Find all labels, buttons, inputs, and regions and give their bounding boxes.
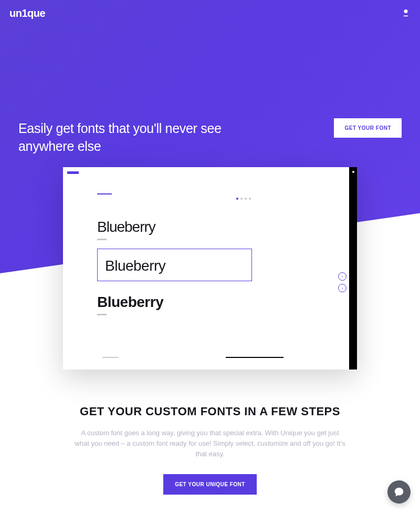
- steps-section: GET YOUR CUSTOM FONTS IN A FEW STEPS A c…: [0, 405, 420, 495]
- sample-text: Blueberry: [97, 219, 336, 235]
- steps-description: A custom font goes a long way, giving yo…: [74, 428, 346, 459]
- footer-line: [226, 357, 284, 358]
- footer-line: [102, 357, 118, 358]
- preview-footer-lines: [97, 357, 336, 358]
- font-preview-window: Blueberry Blueberry Blueberry ‹ ›: [63, 167, 357, 370]
- sample-text: Blueberry: [105, 258, 244, 274]
- get-font-button[interactable]: GET YOUR FONT: [334, 118, 402, 138]
- scrollbar-dot: [352, 171, 354, 173]
- chevron-right-icon: ›: [342, 286, 343, 291]
- pager-dots[interactable]: [236, 198, 251, 200]
- sample-nav-arrows: ‹ ›: [338, 272, 346, 292]
- sample-underline: [97, 239, 107, 240]
- prev-sample-button[interactable]: ‹: [338, 272, 346, 281]
- svg-rect-1: [404, 15, 408, 16]
- pager-dot[interactable]: [240, 198, 243, 200]
- top-nav: un1que: [0, 0, 420, 26]
- hero-headline: Easily get fonts that you'll never see a…: [18, 120, 249, 156]
- font-sample[interactable]: Blueberry: [97, 209, 336, 245]
- next-sample-button[interactable]: ›: [338, 284, 346, 292]
- steps-title: GET YOUR CUSTOM FONTS IN A FEW STEPS: [52, 405, 368, 418]
- chat-icon: [393, 486, 405, 498]
- sample-text: Blueberry: [97, 294, 336, 311]
- pager-dot[interactable]: [236, 198, 238, 200]
- account-icon[interactable]: [402, 9, 411, 17]
- svg-point-0: [404, 9, 408, 13]
- sample-underline: [97, 314, 107, 315]
- accent-line: [97, 193, 112, 194]
- brand-logo[interactable]: un1que: [9, 7, 45, 19]
- preview-accent-bar: [67, 171, 79, 174]
- preview-scrollbar[interactable]: [349, 167, 357, 370]
- font-sample-selected[interactable]: Blueberry: [97, 249, 252, 281]
- pager-dot[interactable]: [249, 198, 251, 200]
- pager-dot[interactable]: [245, 198, 247, 200]
- chat-widget-button[interactable]: [387, 480, 411, 504]
- font-sample[interactable]: Blueberry: [97, 284, 336, 321]
- get-unique-font-button[interactable]: GET YOUR UNIQUE FONT: [163, 474, 257, 495]
- preview-content: Blueberry Blueberry Blueberry ‹ ›: [97, 193, 336, 364]
- chevron-left-icon: ‹: [342, 274, 343, 279]
